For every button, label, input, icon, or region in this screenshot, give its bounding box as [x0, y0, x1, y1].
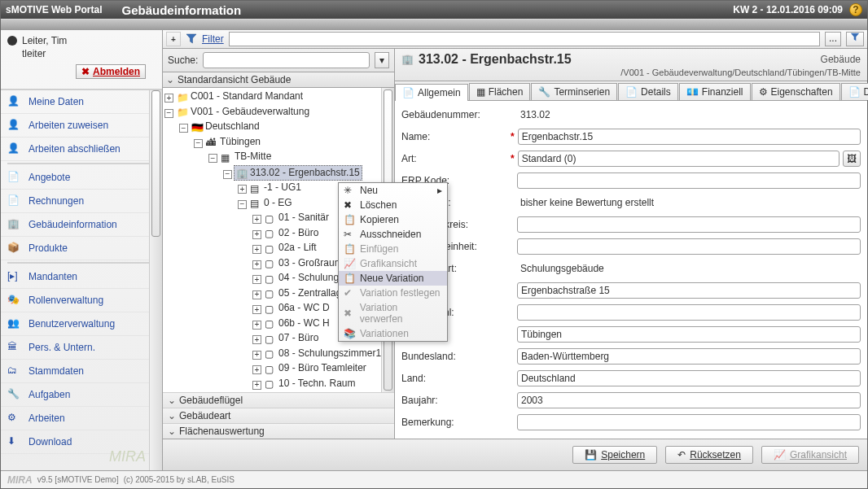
filter-input[interactable] [229, 32, 820, 46]
form-row: Land:Deutschland [401, 369, 861, 387]
map-button[interactable]: 🖼 [843, 151, 861, 167]
logout-button[interactable]: ✖ Abmelden [76, 64, 146, 79]
field-value[interactable]: Deutschland [517, 370, 861, 386]
sidebar-item[interactable]: 🏢Gebäudeinformation [1, 213, 162, 237]
field-value[interactable]: Ergenbachstr.15 [518, 129, 861, 145]
toggle-icon[interactable]: + [238, 185, 247, 194]
toggle-icon[interactable]: + [252, 335, 261, 344]
tab[interactable]: 📄Do… [841, 83, 868, 100]
toggle-icon[interactable]: + [252, 305, 261, 314]
toggle-icon[interactable]: + [252, 351, 261, 360]
sidebar-item[interactable]: 🔧Aufgaben [1, 383, 162, 407]
tree-node[interactable]: ▢06b - WC H [263, 317, 331, 330]
sidebar-item[interactable]: 📄Rechnungen [1, 190, 162, 213]
help-icon[interactable]: ? [849, 3, 862, 16]
field-value[interactable] [517, 238, 861, 255]
search-input[interactable] [203, 52, 370, 68]
expand-button[interactable]: + [166, 32, 181, 46]
tree-section[interactable]: ⌄Gebäudeflügel [163, 392, 394, 408]
field-value[interactable] [517, 172, 861, 189]
field-value[interactable] [517, 414, 861, 430]
context-menu-item[interactable]: ✂Ausschneiden [339, 227, 447, 242]
sidebar-scrollbar[interactable] [149, 90, 162, 470]
toggle-icon[interactable]: + [164, 94, 173, 103]
tree-node[interactable]: ▢02 - Büro [263, 226, 320, 240]
toggle-icon[interactable]: − [208, 154, 217, 163]
sidebar-item[interactable]: 👤Arbeiten abschließen [1, 138, 162, 161]
tab[interactable]: 📄Details [618, 83, 678, 100]
tree-section[interactable]: ⌄Flächenauswertung [163, 423, 394, 439]
tree-node[interactable]: 📁C001 - Standard Mandant [175, 90, 305, 103]
field-value[interactable] [517, 216, 861, 233]
toggle-icon[interactable]: + [252, 365, 261, 374]
tree-node[interactable]: 📁V001 - Gebäudeverwaltung [175, 105, 311, 119]
toggle-icon[interactable]: − [238, 200, 247, 209]
filter-funnel-button[interactable] [846, 32, 864, 46]
toggle-icon[interactable]: − [194, 139, 203, 148]
field-value[interactable]: Standard (0) [518, 151, 840, 167]
tree-node[interactable]: ▢03 - Großraum [263, 256, 344, 270]
toggle-icon[interactable]: + [252, 230, 261, 239]
sidebar-item[interactable]: ⬇Download [1, 430, 162, 454]
tab[interactable]: 💶Finanziell [679, 83, 751, 100]
sidebar-item-label: Angebote [28, 172, 70, 183]
sidebar-item[interactable]: 🎭Rollenverwaltung [1, 289, 162, 312]
field-value[interactable]: 2003 [517, 392, 861, 408]
field-value[interactable]: Ergenbachstraße 15 [517, 282, 861, 299]
tree-node[interactable]: ▢06a - WC D [263, 301, 331, 315]
context-menu-item[interactable]: ✳Neu▸ [339, 183, 447, 198]
toggle-icon[interactable]: + [252, 275, 261, 284]
graphics-button[interactable]: 📈Grafikansicht [761, 446, 859, 464]
sidebar-item[interactable]: 🏛Pers. & Untern. [1, 336, 162, 360]
field-value[interactable] [517, 304, 861, 321]
tree-node[interactable]: ▦TB-Mitte [219, 150, 273, 164]
tree-node[interactable]: 🏙Tübingen [204, 135, 262, 149]
toggle-icon[interactable]: + [252, 215, 261, 224]
toggle-icon[interactable]: + [252, 290, 261, 299]
funnel-icon[interactable] [186, 33, 197, 45]
tree-node[interactable]: ▤-1 - UG1 [248, 181, 303, 194]
save-button[interactable]: 💾Speichern [572, 446, 657, 464]
context-menu-item[interactable]: 📋Kopieren [339, 212, 447, 227]
sidebar-item[interactable]: 👥Benutzerverwaltung [1, 312, 162, 336]
field-value[interactable]: Baden-Württemberg [517, 348, 861, 365]
tree-node[interactable]: 🇩🇪Deutschland [190, 120, 261, 133]
sidebar-item[interactable]: [▸]Mandanten [1, 265, 162, 289]
toggle-icon[interactable]: − [223, 170, 232, 179]
filter-link[interactable]: Filter [202, 33, 224, 45]
toggle-icon[interactable]: + [252, 381, 261, 390]
tab[interactable]: ▦Flächen [469, 83, 531, 100]
toggle-icon[interactable]: − [164, 109, 173, 118]
tree-node[interactable]: ▤0 - EG [248, 196, 294, 210]
sidebar-item[interactable]: ⚙Arbeiten [1, 407, 162, 430]
search-dropdown[interactable]: ▾ [375, 52, 389, 68]
tab-icon: 📄 [625, 86, 638, 98]
tree-node[interactable]: ▢09 - Büro Teamleiter [263, 361, 368, 375]
sidebar-item[interactable]: 👤Meine Daten [1, 90, 162, 114]
context-menu-item[interactable]: ✖Löschen [339, 198, 447, 212]
toggle-icon[interactable]: + [252, 260, 261, 269]
sidebar-item[interactable]: 🗂Stammdaten [1, 360, 162, 383]
tab[interactable]: 🔧Terminserien [531, 83, 617, 100]
toggle-icon[interactable]: − [179, 124, 188, 133]
tree-node[interactable]: ▢04 - Schulung [263, 271, 340, 285]
tree-node-selected[interactable]: 🏢313.02 - Ergenbachstr.15 [234, 165, 362, 181]
tree-node[interactable]: ▢10 - Techn. Raum [263, 377, 357, 391]
field-value[interactable]: Tübingen [517, 326, 861, 343]
tree-node[interactable]: ▢08 - Schulungszimmer1 [263, 347, 383, 360]
sidebar-item[interactable]: 📦Produkte [1, 237, 162, 260]
tree-node[interactable]: ▢02a - Lift [263, 241, 318, 255]
toggle-icon[interactable]: + [252, 245, 261, 254]
tab[interactable]: ⚙Eigenschaften [752, 83, 840, 100]
filter-more-button[interactable]: ... [825, 32, 841, 46]
tree-node[interactable]: ▢01 - Sanitär [263, 211, 331, 225]
tab[interactable]: 📄Allgemein [395, 84, 468, 101]
tree-section[interactable]: ⌄Gebäudeart [163, 408, 394, 423]
sidebar-item[interactable]: 📄Angebote [1, 166, 162, 190]
tree-node[interactable]: ▢07 - Büro [263, 331, 320, 345]
context-menu-item[interactable]: 📋Neue Variation [339, 271, 447, 286]
sidebar-item[interactable]: 👤Arbeiten zuweisen [1, 114, 162, 138]
chevron-down-icon[interactable]: ⌄ [166, 74, 174, 85]
toggle-icon[interactable]: + [252, 321, 261, 330]
reset-button[interactable]: ↶Rücksetzen [665, 446, 753, 464]
